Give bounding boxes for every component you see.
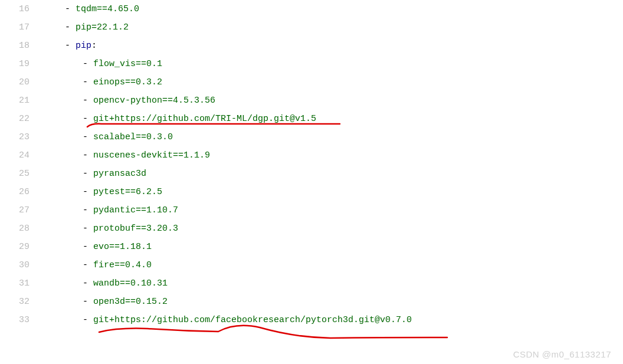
- list-dash: -: [83, 260, 93, 270]
- line-number: 22: [0, 110, 29, 128]
- list-dash: -: [65, 41, 76, 51]
- code-token: pip=22.1.2: [76, 22, 129, 32]
- line-number: 25: [0, 165, 29, 183]
- code-line[interactable]: - tqdm==4.65.0: [47, 0, 623, 18]
- list-dash: -: [83, 77, 93, 87]
- line-number: 32: [0, 293, 29, 311]
- code-line[interactable]: - nuscenes-devkit==1.1.9: [47, 146, 623, 165]
- line-number: 30: [0, 256, 29, 274]
- code-token: scalabel==0.3.0: [93, 132, 173, 142]
- line-number: 23: [0, 128, 29, 146]
- list-dash: -: [83, 205, 93, 215]
- code-line[interactable]: - evo==1.18.1: [47, 238, 623, 256]
- line-number: 29: [0, 238, 29, 256]
- list-dash: -: [83, 242, 93, 252]
- line-number: 18: [0, 37, 29, 55]
- code-line[interactable]: - protobuf==3.20.3: [47, 219, 623, 238]
- code-token: einops==0.3.2: [93, 77, 162, 87]
- code-token: pip: [76, 41, 91, 51]
- line-number: 27: [0, 201, 29, 219]
- line-number: 24: [0, 146, 29, 165]
- code-line[interactable]: - opencv-python==4.5.3.56: [47, 91, 623, 110]
- code-token: wandb==0.10.31: [93, 278, 168, 288]
- code-token: pytest==6.2.5: [93, 187, 162, 197]
- list-dash: -: [65, 4, 76, 14]
- code-token: opencv-python==4.5.3.56: [93, 96, 215, 106]
- code-line[interactable]: - pip:: [47, 37, 623, 55]
- list-dash: -: [83, 315, 93, 325]
- code-line[interactable]: - pytest==6.2.5: [47, 183, 623, 201]
- code-line[interactable]: - git+https://github.com/facebookresearc…: [47, 311, 623, 329]
- list-dash: -: [83, 150, 93, 160]
- code-line[interactable]: - pip=22.1.2: [47, 18, 623, 37]
- list-dash: -: [83, 297, 93, 307]
- code-token: pyransac3d: [93, 169, 146, 179]
- code-line[interactable]: - flow_vis==0.1: [47, 55, 623, 73]
- code-line[interactable]: - pydantic==1.10.7: [47, 201, 623, 219]
- line-number: 26: [0, 183, 29, 201]
- list-dash: -: [83, 187, 93, 197]
- colon: :: [91, 41, 97, 51]
- line-number-gutter: 161718192021222324252627282930313233: [0, 0, 47, 329]
- code-token: nuscenes-devkit==1.1.9: [93, 150, 210, 160]
- list-dash: -: [83, 59, 93, 69]
- list-dash: -: [65, 22, 76, 32]
- list-dash: -: [83, 96, 93, 106]
- list-dash: -: [83, 114, 93, 124]
- code-line[interactable]: - wandb==0.10.31: [47, 274, 623, 293]
- watermark-text: CSDN @m0_61133217: [513, 349, 611, 359]
- code-line[interactable]: - open3d==0.15.2: [47, 293, 623, 311]
- list-dash: -: [83, 169, 93, 179]
- list-dash: -: [83, 278, 93, 288]
- list-dash: -: [83, 132, 93, 142]
- code-block: 161718192021222324252627282930313233 - t…: [0, 0, 623, 329]
- line-number: 21: [0, 91, 29, 110]
- code-token: flow_vis==0.1: [93, 59, 162, 69]
- code-line[interactable]: - einops==0.3.2: [47, 73, 623, 91]
- code-token: evo==1.18.1: [93, 242, 152, 252]
- code-line[interactable]: - fire==0.4.0: [47, 256, 623, 274]
- line-number: 17: [0, 18, 29, 37]
- code-line[interactable]: - git+https://github.com/TRI-ML/dgp.git@…: [47, 110, 623, 128]
- line-number: 16: [0, 0, 29, 18]
- code-token: git+https://github.com/TRI-ML/dgp.git@v1…: [93, 114, 316, 124]
- code-token: tqdm==4.65.0: [76, 4, 139, 14]
- line-number: 31: [0, 274, 29, 293]
- code-token: protobuf==3.20.3: [93, 224, 178, 234]
- code-line[interactable]: - scalabel==0.3.0: [47, 128, 623, 146]
- code-token: open3d==0.15.2: [93, 297, 168, 307]
- code-token: pydantic==1.10.7: [93, 205, 178, 215]
- line-number: 28: [0, 219, 29, 238]
- list-dash: -: [83, 224, 93, 234]
- code-token: fire==0.4.0: [93, 260, 152, 270]
- line-number: 19: [0, 55, 29, 73]
- code-content[interactable]: - tqdm==4.65.0- pip=22.1.2- pip:- flow_v…: [47, 0, 623, 329]
- code-token: git+https://github.com/facebookresearch/…: [93, 315, 412, 325]
- code-line[interactable]: - pyransac3d: [47, 165, 623, 183]
- line-number: 33: [0, 311, 29, 329]
- line-number: 20: [0, 73, 29, 91]
